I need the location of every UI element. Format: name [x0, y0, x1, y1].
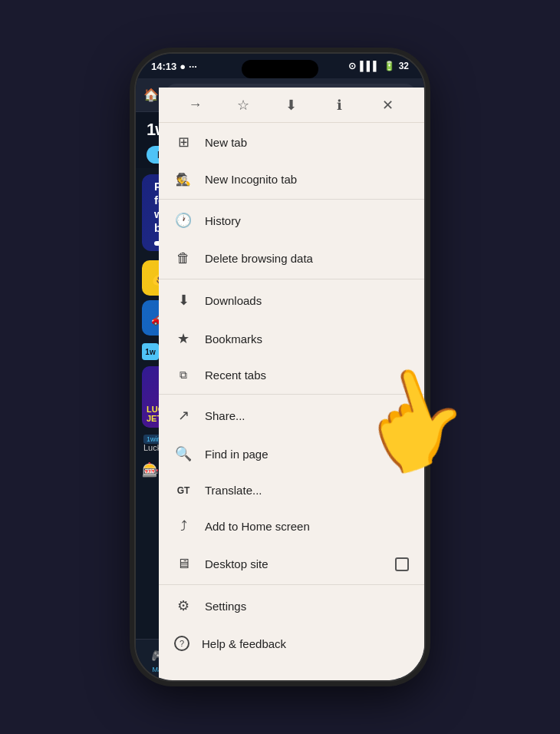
- divider-2: [159, 279, 424, 279]
- incognito-icon: 🕵: [174, 172, 193, 187]
- menu-new-tab[interactable]: ⊞ New tab: [159, 123, 424, 161]
- menu-downloads-label: Downloads: [205, 294, 262, 307]
- settings-icon: ⚙: [174, 597, 193, 614]
- menu-share-label: Share...: [205, 409, 245, 422]
- menu-translate[interactable]: GT Translate...: [159, 473, 424, 508]
- page-info-button[interactable]: ℹ: [326, 91, 354, 119]
- menu-find[interactable]: 🔍 Find in page: [159, 435, 424, 473]
- help-icon: ?: [174, 636, 189, 651]
- menu-share[interactable]: ↗ Share...: [159, 396, 424, 435]
- divider-4: [159, 584, 424, 585]
- desktop-site-checkbox[interactable]: [395, 557, 409, 571]
- share-icon: ↗: [174, 407, 193, 424]
- history-icon: 🕐: [174, 212, 193, 229]
- menu-settings-label: Settings: [205, 600, 246, 613]
- find-icon: 🔍: [174, 445, 193, 462]
- menu-delete-label: Delete browsing data: [205, 252, 313, 265]
- menu-help[interactable]: ? Help & feedback: [159, 625, 424, 662]
- menu-recent-tabs[interactable]: ⧉ Recent tabs: [159, 358, 424, 392]
- dynamic-island: [242, 60, 318, 78]
- menu-bookmarks-label: Bookmarks: [205, 332, 262, 346]
- bookmarks-icon: ★: [174, 330, 193, 347]
- close-menu-button[interactable]: ✕: [374, 91, 402, 119]
- menu-recent-tabs-label: Recent tabs: [205, 369, 266, 382]
- menu-find-label: Find in page: [205, 448, 268, 461]
- menu-desktop-site[interactable]: 🖥 Desktop site: [159, 545, 424, 583]
- divider-3: [159, 394, 424, 395]
- recent-tabs-icon: ⧉: [174, 369, 193, 382]
- menu-bookmarks[interactable]: ★ Bookmarks: [159, 319, 424, 358]
- download-button[interactable]: ⬇: [278, 91, 305, 119]
- menu-delete-data[interactable]: 🗑 Delete browsing data: [159, 240, 424, 277]
- translate-icon: GT: [174, 485, 193, 496]
- menu-home-screen-label: Add to Home screen: [205, 520, 310, 533]
- delete-icon: 🗑: [174, 250, 193, 266]
- menu-settings[interactable]: ⚙ Settings: [159, 587, 424, 625]
- menu-incognito[interactable]: 🕵 New Incognito tab: [159, 161, 424, 197]
- menu-incognito-label: New Incognito tab: [205, 173, 297, 186]
- home-screen-icon: ⤴: [174, 518, 193, 534]
- menu-history[interactable]: 🕐 History: [159, 201, 424, 240]
- new-tab-icon: ⊞: [174, 134, 193, 150]
- browser-action-bar: → ☆ ⬇ ℹ ✕: [159, 88, 424, 123]
- menu-new-tab-label: New tab: [205, 136, 247, 149]
- menu-desktop-label: Desktop site: [205, 557, 268, 570]
- divider-1: [159, 199, 424, 200]
- menu-downloads[interactable]: ⬇ Downloads: [159, 281, 424, 319]
- menu-help-label: Help & feedback: [202, 637, 286, 650]
- context-menu-overlay: → ☆ ⬇ ℹ ✕ ⊞ New tab 🕵 New Incognito tab: [136, 54, 424, 680]
- menu-translate-label: Translate...: [205, 484, 262, 497]
- menu-panel: ⊞ New tab 🕵 New Incognito tab 🕐 History …: [159, 123, 424, 680]
- desktop-icon: 🖥: [174, 556, 193, 572]
- phone-frame: 14:13 ● ··· ⊙ ▌▌▌ 🔋 32 🏠 ℹ Preview: [134, 52, 426, 682]
- menu-history-label: History: [205, 214, 241, 227]
- star-button[interactable]: ☆: [229, 91, 257, 119]
- downloads-icon: ⬇: [174, 292, 193, 309]
- menu-home-screen[interactable]: ⤴ Add to Home screen: [159, 508, 424, 545]
- forward-button[interactable]: →: [181, 91, 209, 119]
